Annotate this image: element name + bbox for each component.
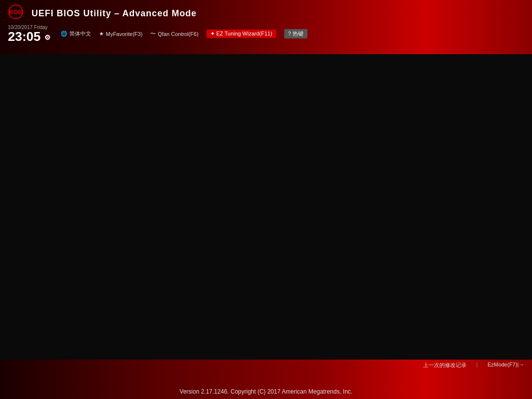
star-icon: ★ xyxy=(99,31,104,37)
hotkey-button[interactable]: ? 热键 xyxy=(284,29,307,38)
language-label: 简体中文 xyxy=(69,30,91,37)
fan-icon: 〜 xyxy=(150,30,156,37)
footer-version: Version 2.17.1246. Copyright (C) 2017 Am… xyxy=(180,388,353,395)
time-display: 23:05 ⚙ xyxy=(8,30,51,43)
ezmode-button[interactable]: EzMode(F7)|→ xyxy=(488,362,524,369)
svg-text:ROG: ROG xyxy=(9,9,22,16)
header-buttons: 🌐 简体中文 ★ MyFavorite(F3) 〜 Qfan Control(F… xyxy=(61,29,307,38)
header: ROG UEFI BIOS Utility – Advanced Mode 10… xyxy=(0,0,532,54)
rog-logo: ROG xyxy=(8,4,24,23)
wand-icon: ✦ xyxy=(210,31,215,36)
datetime: 10/20/2017 Friday 23:05 ⚙ xyxy=(8,25,51,43)
bios-title: UEFI BIOS Utility – Advanced Mode xyxy=(32,8,197,19)
help-icon: ? xyxy=(288,31,291,36)
qfan-label: Qfan Control(F6) xyxy=(158,31,199,37)
history-link[interactable]: 上一次的修改记录 xyxy=(423,362,466,369)
ez-tuning-label: EZ Tuning Wizard(F11) xyxy=(216,31,272,36)
qfan-button[interactable]: 〜 Qfan Control(F6) xyxy=(150,30,199,37)
bios-ui: ROG UEFI BIOS Utility – Advanced Mode 10… xyxy=(0,0,532,399)
time-value: 23:05 xyxy=(8,29,41,44)
separator: | xyxy=(476,362,478,369)
footer-top-bar: 上一次的修改记录 | EzMode(F7)|→ xyxy=(415,360,532,371)
bg-overlay xyxy=(0,0,532,399)
header-meta: 10/20/2017 Friday 23:05 ⚙ 🌐 简体中文 ★ MyFav… xyxy=(8,25,524,43)
header-top: ROG UEFI BIOS Utility – Advanced Mode xyxy=(8,4,524,23)
myfavorite-label: MyFavorite(F3) xyxy=(106,31,143,37)
gear-icon[interactable]: ⚙ xyxy=(44,33,51,41)
hotkey-label: 热键 xyxy=(293,31,303,36)
footer: 上一次的修改记录 | EzMode(F7)|→ Version 2.17.124… xyxy=(0,360,532,399)
ez-tuning-button[interactable]: ✦ EZ Tuning Wizard(F11) xyxy=(206,30,276,38)
language-button[interactable]: 🌐 简体中文 xyxy=(61,30,91,37)
globe-icon: 🌐 xyxy=(61,31,67,37)
myfavorite-button[interactable]: ★ MyFavorite(F3) xyxy=(99,31,143,37)
